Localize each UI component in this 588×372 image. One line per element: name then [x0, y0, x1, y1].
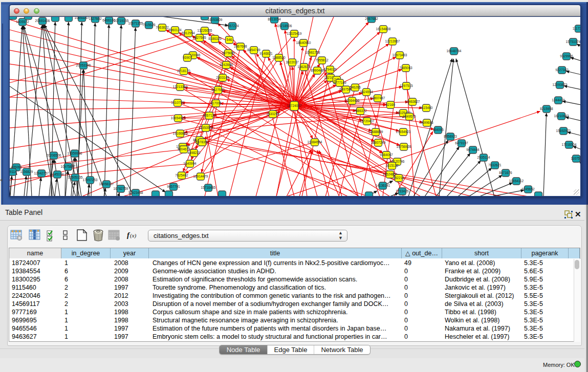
- svg-text:2867608: 2867608: [234, 45, 247, 48]
- svg-text:2087682: 2087682: [365, 17, 378, 20]
- svg-text:8215958: 8215958: [540, 107, 553, 111]
- svg-text:1530295: 1530295: [266, 112, 279, 116]
- svg-text:7515526: 7515526: [142, 23, 156, 27]
- svg-text:1849575: 1849575: [403, 115, 416, 118]
- svg-text:1004678: 1004678: [177, 147, 190, 151]
- svg-text:116753: 116753: [571, 157, 580, 160]
- svg-text:1588520: 1588520: [272, 56, 286, 59]
- svg-text:10463627: 10463627: [405, 100, 420, 103]
- svg-text:16210643: 16210643: [554, 114, 569, 118]
- svg-text:1405572: 1405572: [16, 20, 29, 24]
- svg-text:9329966: 9329966: [560, 54, 573, 58]
- svg-text:10807487: 10807487: [371, 96, 385, 100]
- svg-text:546: 546: [227, 38, 232, 41]
- svg-text:2935114: 2935114: [477, 156, 490, 159]
- svg-text:8454749: 8454749: [247, 48, 260, 52]
- svg-text:1615132: 1615132: [385, 164, 399, 167]
- svg-text:8958923: 8958923: [444, 135, 457, 138]
- svg-text:2803144: 2803144: [216, 76, 229, 79]
- svg-text:20364436: 20364436: [345, 99, 360, 102]
- svg-text:9457791: 9457791: [167, 185, 180, 188]
- svg-text:19218506: 19218506: [277, 24, 292, 28]
- svg-text:5878354: 5878354: [195, 140, 209, 144]
- svg-text:13325419: 13325419: [287, 32, 302, 35]
- svg-text:1145194: 1145194: [51, 172, 64, 176]
- svg-text:15692971: 15692971: [556, 129, 571, 133]
- svg-text:746266: 746266: [350, 85, 361, 89]
- svg-text:1117304: 1117304: [573, 27, 580, 30]
- svg-text:12213369: 12213369: [173, 85, 188, 89]
- svg-text:10719155: 10719155: [114, 19, 129, 23]
- svg-text:252214: 252214: [393, 176, 404, 180]
- svg-text:12353594: 12353594: [199, 126, 213, 129]
- svg-text:10688609: 10688609: [368, 130, 383, 134]
- svg-text:10973493: 10973493: [393, 53, 407, 57]
- svg-text:8267110: 8267110: [203, 114, 216, 117]
- svg-text:20053346: 20053346: [76, 63, 91, 67]
- svg-text:10671355: 10671355: [128, 21, 143, 25]
- svg-text:9699695: 9699695: [420, 121, 433, 124]
- svg-text:16914479: 16914479: [193, 174, 208, 178]
- svg-text:17957253: 17957253: [83, 178, 98, 182]
- svg-text:7632621: 7632621: [488, 163, 502, 167]
- svg-text:10654112: 10654112: [509, 179, 524, 183]
- svg-text:19756928: 19756928: [397, 145, 411, 148]
- svg-text:8960124: 8960124: [168, 28, 182, 32]
- svg-text:12093872: 12093872: [553, 83, 568, 86]
- svg-text:12923448: 12923448: [128, 191, 143, 194]
- svg-text:1640994: 1640994: [183, 162, 197, 165]
- svg-text:1156829: 1156829: [20, 170, 33, 173]
- svg-text:7485063: 7485063: [399, 66, 412, 70]
- svg-text:15751074: 15751074: [566, 40, 580, 43]
- svg-text:2718170: 2718170: [177, 69, 190, 73]
- svg-text:18807249: 18807249: [371, 141, 386, 144]
- svg-text:3875685: 3875685: [222, 51, 235, 55]
- svg-text:9242848: 9242848: [220, 63, 233, 67]
- svg-text:13226055: 13226055: [198, 29, 212, 32]
- svg-text:10654925: 10654925: [171, 116, 186, 120]
- svg-text:3822037: 3822037: [286, 60, 299, 64]
- svg-text:10958107: 10958107: [99, 182, 114, 186]
- svg-text:10653267: 10653267: [75, 17, 90, 19]
- svg-text:15720407: 15720407: [360, 119, 375, 123]
- svg-text:15716485: 15716485: [201, 186, 216, 189]
- svg-text:18724007: 18724007: [287, 104, 302, 107]
- svg-text:1362615: 1362615: [297, 65, 311, 69]
- svg-text:12213967: 12213967: [385, 39, 400, 43]
- svg-text:10961758: 10961758: [306, 51, 320, 54]
- svg-text:62160: 62160: [386, 103, 395, 106]
- svg-text:17654923: 17654923: [396, 130, 411, 134]
- svg-text:9390?: 9390?: [183, 56, 192, 59]
- svg-text:9474444: 9474444: [466, 148, 480, 151]
- svg-text:164095: 164095: [432, 128, 444, 132]
- svg-text:16053809: 16053809: [208, 18, 223, 21]
- svg-text:12942757: 12942757: [34, 171, 49, 175]
- svg-text:9384067: 9384067: [380, 153, 393, 157]
- svg-text:14136141: 14136141: [376, 184, 390, 187]
- svg-text:4498222: 4498222: [187, 151, 201, 155]
- svg-text:1244419: 1244419: [552, 98, 565, 102]
- svg-text:8912954: 8912954: [182, 31, 195, 35]
- svg-text:7886372: 7886372: [354, 109, 367, 113]
- svg-text:1527602: 1527602: [89, 17, 102, 20]
- svg-text:8990448: 8990448: [311, 69, 324, 72]
- svg-text:9146821: 9146821: [259, 52, 273, 55]
- svg-text:19384554: 19384554: [308, 140, 322, 144]
- svg-text:9245652: 9245652: [521, 187, 535, 191]
- svg-text:17016504: 17016504: [562, 143, 577, 146]
- svg-text:9227342: 9227342: [555, 68, 569, 72]
- svg-text:20691406: 20691406: [35, 19, 50, 23]
- svg-text:9327505: 9327505: [193, 36, 206, 39]
- svg-text:1010755: 1010755: [171, 101, 184, 104]
- svg-text:7625402: 7625402: [175, 173, 188, 177]
- svg-text:9777169: 9777169: [333, 81, 346, 84]
- svg-text:1297515: 1297515: [400, 84, 413, 87]
- svg-text:9115460: 9115460: [420, 106, 433, 110]
- svg-text:817006: 817006: [210, 101, 222, 105]
- svg-text:8813054: 8813054: [268, 17, 281, 21]
- svg-text:7357224: 7357224: [226, 24, 239, 28]
- svg-text:16154808: 16154808: [376, 27, 391, 31]
- svg-text:18640910: 18640910: [296, 41, 311, 45]
- svg-text:12505135: 12505135: [68, 176, 83, 179]
- svg-text:8186325: 8186325: [208, 37, 222, 40]
